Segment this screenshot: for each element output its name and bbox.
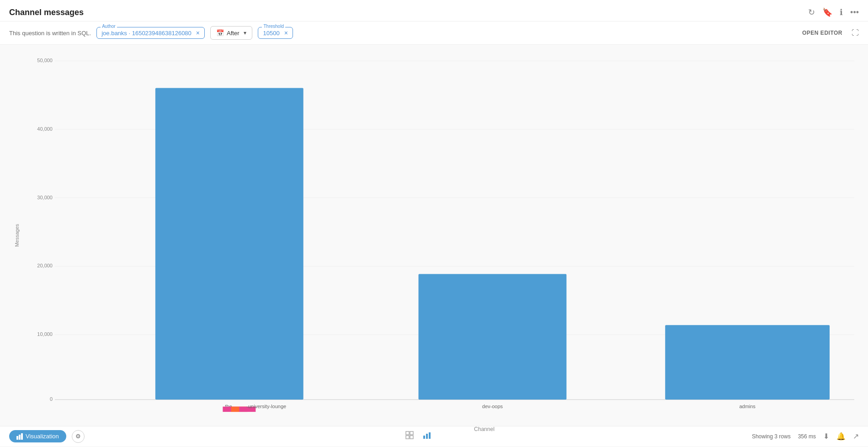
sql-label: This question is written in SQL. [9,30,91,37]
threshold-filter-label: Threshold [262,24,285,29]
footer: Visualization ⚙ Showing 3 rows 356 ms ⬇ … [0,426,868,446]
threshold-filter-close[interactable]: × [284,29,288,37]
page-header: Channel messages ↻ 🔖 ℹ ••• [0,0,868,21]
author-filter-chip[interactable]: Author joe.banks · 165023948638126080 × [96,27,205,39]
visualization-label: Visualization [26,433,59,440]
y-label-50k: 50,000 [37,58,53,63]
svg-rect-13 [406,431,409,435]
settings-button[interactable]: ⚙ [72,430,85,443]
y-label-0: 0 [50,396,53,402]
time-label: 356 ms [798,433,816,440]
info-icon[interactable]: ℹ [840,7,843,17]
footer-right: Showing 3 rows 356 ms ⬇ 🔔 ↗ [752,432,859,441]
y-axis-label: Messages [14,224,20,247]
rows-label: Showing 3 rows [752,433,791,440]
svg-rect-12 [21,433,23,440]
bookmark-icon[interactable]: 🔖 [822,7,832,17]
chevron-down-icon: ▾ [244,30,246,36]
chart-view-button[interactable] [421,429,433,443]
after-filter-text: After [227,30,239,37]
footer-center [404,429,433,443]
refresh-icon[interactable]: ↻ [808,7,815,17]
bar-label-admins: admins [739,404,756,409]
table-icon [405,431,414,439]
bar-admins [665,325,830,399]
y-label-40k: 40,000 [37,126,53,132]
more-icon[interactable]: ••• [850,8,859,17]
alert-icon[interactable]: 🔔 [836,432,846,441]
fullscreen-icon[interactable]: ⛶ [852,29,859,37]
calendar-icon: 📅 [216,29,224,37]
author-filter-value: joe.banks · 165023948638126080 [101,30,192,37]
svg-rect-16 [410,436,413,439]
author-filter-label: Author [101,24,117,29]
chart-icon [423,431,431,439]
svg-rect-19 [429,432,431,439]
svg-rect-17 [423,436,425,439]
open-editor-button[interactable]: OPEN EDITOR [799,28,846,38]
author-filter-close[interactable]: × [196,29,200,37]
page-title: Channel messages [9,8,84,17]
bar-dev-oops [419,274,567,399]
svg-rect-11 [19,435,21,440]
bar-university-lounge [155,88,304,400]
visualization-button[interactable]: Visualization [9,430,66,442]
svg-rect-14 [410,431,413,435]
main-content: Messages 50,000 40,000 30,000 20,000 10,… [0,45,868,426]
x-axis-label: Channel [474,426,495,432]
threshold-filter-value: 10500 [263,30,279,37]
svg-rect-10 [16,436,18,440]
y-label-30k: 30,000 [37,195,53,200]
svg-rect-15 [406,436,409,439]
chart-svg: 50,000 40,000 30,000 20,000 10,000 0 the… [32,54,854,403]
header-icons: ↻ 🔖 ℹ ••• [808,7,859,17]
bar-chart-icon [16,433,23,440]
y-label-20k: 20,000 [37,263,53,268]
svg-rect-18 [426,434,428,439]
download-icon[interactable]: ⬇ [823,432,829,441]
table-view-button[interactable] [404,429,415,443]
threshold-filter-chip[interactable]: Threshold 10500 × [258,27,293,39]
y-label-10k: 10,000 [37,331,53,337]
svg-text:-university-lounge: -university-lounge [246,404,286,409]
share-icon[interactable]: ↗ [853,432,859,441]
toolbar: This question is written in SQL. Author … [0,21,868,45]
bar-label-dev-oops: dev-oops [482,404,503,409]
after-filter[interactable]: 📅 After ▾ [210,26,252,40]
